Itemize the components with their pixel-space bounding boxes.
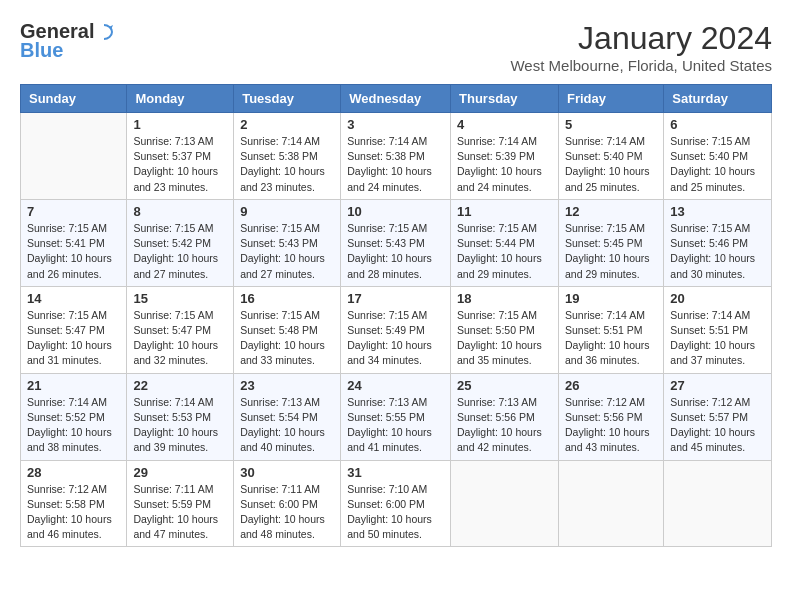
- calendar-cell: 3Sunrise: 7:14 AMSunset: 5:38 PMDaylight…: [341, 113, 451, 200]
- calendar-day-header: Saturday: [664, 85, 772, 113]
- day-info: Sunrise: 7:13 AMSunset: 5:56 PMDaylight:…: [457, 395, 552, 456]
- calendar-table: SundayMondayTuesdayWednesdayThursdayFrid…: [20, 84, 772, 547]
- calendar-cell: 14Sunrise: 7:15 AMSunset: 5:47 PMDayligh…: [21, 286, 127, 373]
- calendar-cell: 15Sunrise: 7:15 AMSunset: 5:47 PMDayligh…: [127, 286, 234, 373]
- day-info: Sunrise: 7:13 AMSunset: 5:54 PMDaylight:…: [240, 395, 334, 456]
- calendar-cell: 30Sunrise: 7:11 AMSunset: 6:00 PMDayligh…: [234, 460, 341, 547]
- day-number: 30: [240, 465, 334, 480]
- day-number: 27: [670, 378, 765, 393]
- day-info: Sunrise: 7:14 AMSunset: 5:51 PMDaylight:…: [565, 308, 657, 369]
- day-info: Sunrise: 7:14 AMSunset: 5:38 PMDaylight:…: [347, 134, 444, 195]
- logo: General Blue: [20, 20, 114, 62]
- calendar-cell: 18Sunrise: 7:15 AMSunset: 5:50 PMDayligh…: [451, 286, 559, 373]
- calendar-cell: 6Sunrise: 7:15 AMSunset: 5:40 PMDaylight…: [664, 113, 772, 200]
- calendar-cell: [451, 460, 559, 547]
- day-info: Sunrise: 7:14 AMSunset: 5:38 PMDaylight:…: [240, 134, 334, 195]
- day-number: 7: [27, 204, 120, 219]
- calendar-cell: 27Sunrise: 7:12 AMSunset: 5:57 PMDayligh…: [664, 373, 772, 460]
- calendar-week-row: 1Sunrise: 7:13 AMSunset: 5:37 PMDaylight…: [21, 113, 772, 200]
- calendar-cell: 21Sunrise: 7:14 AMSunset: 5:52 PMDayligh…: [21, 373, 127, 460]
- day-number: 17: [347, 291, 444, 306]
- day-info: Sunrise: 7:11 AMSunset: 5:59 PMDaylight:…: [133, 482, 227, 543]
- day-number: 5: [565, 117, 657, 132]
- calendar-cell: 23Sunrise: 7:13 AMSunset: 5:54 PMDayligh…: [234, 373, 341, 460]
- day-number: 4: [457, 117, 552, 132]
- day-info: Sunrise: 7:14 AMSunset: 5:39 PMDaylight:…: [457, 134, 552, 195]
- day-info: Sunrise: 7:15 AMSunset: 5:40 PMDaylight:…: [670, 134, 765, 195]
- logo-blue: Blue: [20, 39, 63, 62]
- calendar-cell: 9Sunrise: 7:15 AMSunset: 5:43 PMDaylight…: [234, 199, 341, 286]
- calendar-day-header: Sunday: [21, 85, 127, 113]
- day-info: Sunrise: 7:15 AMSunset: 5:48 PMDaylight:…: [240, 308, 334, 369]
- day-info: Sunrise: 7:15 AMSunset: 5:50 PMDaylight:…: [457, 308, 552, 369]
- day-number: 22: [133, 378, 227, 393]
- calendar-cell: 24Sunrise: 7:13 AMSunset: 5:55 PMDayligh…: [341, 373, 451, 460]
- day-info: Sunrise: 7:15 AMSunset: 5:41 PMDaylight:…: [27, 221, 120, 282]
- day-number: 6: [670, 117, 765, 132]
- page-subtitle: West Melbourne, Florida, United States: [510, 57, 772, 74]
- day-info: Sunrise: 7:15 AMSunset: 5:43 PMDaylight:…: [347, 221, 444, 282]
- calendar-cell: 5Sunrise: 7:14 AMSunset: 5:40 PMDaylight…: [558, 113, 663, 200]
- calendar-day-header: Friday: [558, 85, 663, 113]
- day-info: Sunrise: 7:13 AMSunset: 5:55 PMDaylight:…: [347, 395, 444, 456]
- page-header: General Blue January 2024 West Melbourne…: [20, 20, 772, 74]
- day-number: 18: [457, 291, 552, 306]
- day-number: 2: [240, 117, 334, 132]
- calendar-cell: 26Sunrise: 7:12 AMSunset: 5:56 PMDayligh…: [558, 373, 663, 460]
- day-number: 10: [347, 204, 444, 219]
- calendar-cell: [664, 460, 772, 547]
- day-info: Sunrise: 7:15 AMSunset: 5:44 PMDaylight:…: [457, 221, 552, 282]
- day-info: Sunrise: 7:14 AMSunset: 5:51 PMDaylight:…: [670, 308, 765, 369]
- calendar-week-row: 28Sunrise: 7:12 AMSunset: 5:58 PMDayligh…: [21, 460, 772, 547]
- day-number: 13: [670, 204, 765, 219]
- calendar-cell: 11Sunrise: 7:15 AMSunset: 5:44 PMDayligh…: [451, 199, 559, 286]
- day-info: Sunrise: 7:14 AMSunset: 5:40 PMDaylight:…: [565, 134, 657, 195]
- day-number: 20: [670, 291, 765, 306]
- calendar-cell: 20Sunrise: 7:14 AMSunset: 5:51 PMDayligh…: [664, 286, 772, 373]
- page-title: January 2024: [510, 20, 772, 57]
- calendar-cell: 1Sunrise: 7:13 AMSunset: 5:37 PMDaylight…: [127, 113, 234, 200]
- day-info: Sunrise: 7:14 AMSunset: 5:52 PMDaylight:…: [27, 395, 120, 456]
- calendar-header-row: SundayMondayTuesdayWednesdayThursdayFrid…: [21, 85, 772, 113]
- day-info: Sunrise: 7:11 AMSunset: 6:00 PMDaylight:…: [240, 482, 334, 543]
- calendar-day-header: Wednesday: [341, 85, 451, 113]
- calendar-day-header: Thursday: [451, 85, 559, 113]
- calendar-week-row: 14Sunrise: 7:15 AMSunset: 5:47 PMDayligh…: [21, 286, 772, 373]
- calendar-cell: 25Sunrise: 7:13 AMSunset: 5:56 PMDayligh…: [451, 373, 559, 460]
- day-number: 29: [133, 465, 227, 480]
- day-number: 26: [565, 378, 657, 393]
- day-number: 3: [347, 117, 444, 132]
- calendar-cell: [21, 113, 127, 200]
- day-number: 12: [565, 204, 657, 219]
- calendar-day-header: Tuesday: [234, 85, 341, 113]
- day-number: 19: [565, 291, 657, 306]
- calendar-cell: 12Sunrise: 7:15 AMSunset: 5:45 PMDayligh…: [558, 199, 663, 286]
- day-info: Sunrise: 7:10 AMSunset: 6:00 PMDaylight:…: [347, 482, 444, 543]
- calendar-cell: 31Sunrise: 7:10 AMSunset: 6:00 PMDayligh…: [341, 460, 451, 547]
- calendar-cell: 22Sunrise: 7:14 AMSunset: 5:53 PMDayligh…: [127, 373, 234, 460]
- day-number: 16: [240, 291, 334, 306]
- calendar-cell: 19Sunrise: 7:14 AMSunset: 5:51 PMDayligh…: [558, 286, 663, 373]
- day-number: 1: [133, 117, 227, 132]
- day-number: 8: [133, 204, 227, 219]
- day-info: Sunrise: 7:12 AMSunset: 5:57 PMDaylight:…: [670, 395, 765, 456]
- day-number: 21: [27, 378, 120, 393]
- day-number: 25: [457, 378, 552, 393]
- calendar-cell: 10Sunrise: 7:15 AMSunset: 5:43 PMDayligh…: [341, 199, 451, 286]
- calendar-day-header: Monday: [127, 85, 234, 113]
- day-number: 15: [133, 291, 227, 306]
- day-info: Sunrise: 7:15 AMSunset: 5:45 PMDaylight:…: [565, 221, 657, 282]
- day-info: Sunrise: 7:15 AMSunset: 5:43 PMDaylight:…: [240, 221, 334, 282]
- day-number: 24: [347, 378, 444, 393]
- day-info: Sunrise: 7:13 AMSunset: 5:37 PMDaylight:…: [133, 134, 227, 195]
- calendar-cell: 29Sunrise: 7:11 AMSunset: 5:59 PMDayligh…: [127, 460, 234, 547]
- day-info: Sunrise: 7:12 AMSunset: 5:56 PMDaylight:…: [565, 395, 657, 456]
- title-block: January 2024 West Melbourne, Florida, Un…: [510, 20, 772, 74]
- calendar-cell: 17Sunrise: 7:15 AMSunset: 5:49 PMDayligh…: [341, 286, 451, 373]
- calendar-cell: [558, 460, 663, 547]
- day-number: 9: [240, 204, 334, 219]
- calendar-cell: 4Sunrise: 7:14 AMSunset: 5:39 PMDaylight…: [451, 113, 559, 200]
- logo-bird-icon: [95, 23, 113, 41]
- day-number: 11: [457, 204, 552, 219]
- calendar-cell: 28Sunrise: 7:12 AMSunset: 5:58 PMDayligh…: [21, 460, 127, 547]
